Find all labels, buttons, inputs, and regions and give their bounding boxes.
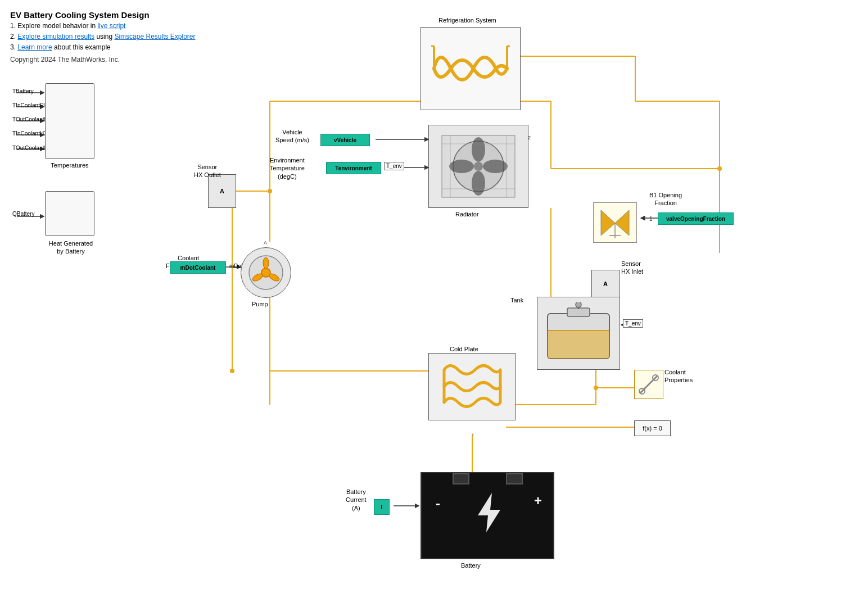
tenv2-signal: T_env xyxy=(623,319,643,328)
svg-point-95 xyxy=(576,302,581,307)
svg-marker-86 xyxy=(601,210,615,235)
svg-point-76 xyxy=(472,171,485,196)
instructions-list: 1. Explore model behavior in live script… xyxy=(10,21,196,53)
fx-block: f(x) = 0 xyxy=(634,420,671,436)
cold-plate-label: Cold Plate xyxy=(450,346,478,352)
svg-marker-87 xyxy=(615,210,629,235)
vehicle-speed-label: VehicleSpeed (m/s) xyxy=(275,128,309,144)
temperatures-block xyxy=(45,83,94,159)
svg-text:A: A xyxy=(264,240,267,246)
tank-label: Tank xyxy=(510,297,523,304)
valve-opening-fraction-block[interactable]: valveOpeningFraction xyxy=(658,212,734,225)
tbattery-label: TBattery xyxy=(12,87,34,95)
svg-line-98 xyxy=(640,376,657,393)
svg-text:I: I xyxy=(472,432,474,437)
explore-results-link[interactable]: Explore simulation results xyxy=(17,33,94,40)
sensor-hx-outlet-block: A xyxy=(208,174,236,208)
coolant-properties-block xyxy=(634,370,663,399)
pump-block xyxy=(241,247,291,298)
sensor-hx-inlet-block: A xyxy=(591,270,620,298)
live-script-link[interactable]: live script xyxy=(97,22,125,30)
sensor-hx-outlet-label: SensorHX Outlet xyxy=(194,163,221,179)
battery-label: Battery xyxy=(461,562,481,569)
radiator-label: Radiator xyxy=(455,211,479,218)
battery-current-label: BatteryCurrent(A) xyxy=(346,488,367,512)
main-page: EV Battery Cooling System Design 1. Expl… xyxy=(0,0,859,616)
svg-point-14 xyxy=(230,369,234,373)
heat-generated-label: Heat Generatedby Battery xyxy=(40,239,101,256)
svg-point-19 xyxy=(594,386,598,390)
mdotcoolant-block[interactable]: mDotCoolant xyxy=(170,261,226,274)
valve-block xyxy=(593,202,637,243)
pump-label: Pump xyxy=(252,301,268,307)
refrigeration-label: Refrigeration System xyxy=(438,17,496,24)
battery-block: - + xyxy=(421,472,554,559)
heat-generated-block xyxy=(45,191,94,236)
svg-point-75 xyxy=(483,160,508,173)
sensor-hx-inlet-label: SensorHX Inlet xyxy=(621,260,643,276)
coolant-properties-label: CoolantProperties xyxy=(664,368,693,384)
svg-point-29 xyxy=(717,166,722,171)
tenv-signal: T_env xyxy=(384,162,404,170)
svg-marker-101 xyxy=(478,493,500,532)
learn-more-link[interactable]: Learn more xyxy=(17,43,52,51)
header: EV Battery Cooling System Design 1. Expl… xyxy=(10,10,196,65)
svg-rect-93 xyxy=(567,308,590,316)
temperatures-label: Temperatures xyxy=(45,162,94,169)
qbattery-label: QBattery xyxy=(12,211,34,217)
tenvironment-block[interactable]: Tenvironment xyxy=(326,162,381,174)
copyright: Copyright 2024 The MathWorks, Inc. xyxy=(10,55,196,65)
cold-plate-block xyxy=(428,353,516,420)
tincoolanthx-label: TInCoolantHX xyxy=(12,129,48,137)
page-title: EV Battery Cooling System Design xyxy=(10,10,196,20)
b1-opening-label: B1 OpeningFraction xyxy=(649,191,682,207)
svg-point-15 xyxy=(268,189,272,193)
env-temp-label: EnvironmentTemperature(degC) xyxy=(270,156,305,180)
radiator-block xyxy=(428,125,528,208)
svg-rect-91 xyxy=(548,330,609,359)
svg-point-74 xyxy=(472,137,485,162)
svg-point-77 xyxy=(449,160,474,173)
refrigeration-block xyxy=(421,27,521,110)
svg-text:1: 1 xyxy=(649,216,653,222)
current-i-block[interactable]: I xyxy=(374,499,390,515)
svg-point-73 xyxy=(474,162,483,171)
simscape-link[interactable]: Simscape Results Explorer xyxy=(114,33,195,40)
svg-point-68 xyxy=(263,257,269,269)
tank-block xyxy=(537,297,620,370)
vvehicle-block[interactable]: vVehicle xyxy=(320,134,370,146)
